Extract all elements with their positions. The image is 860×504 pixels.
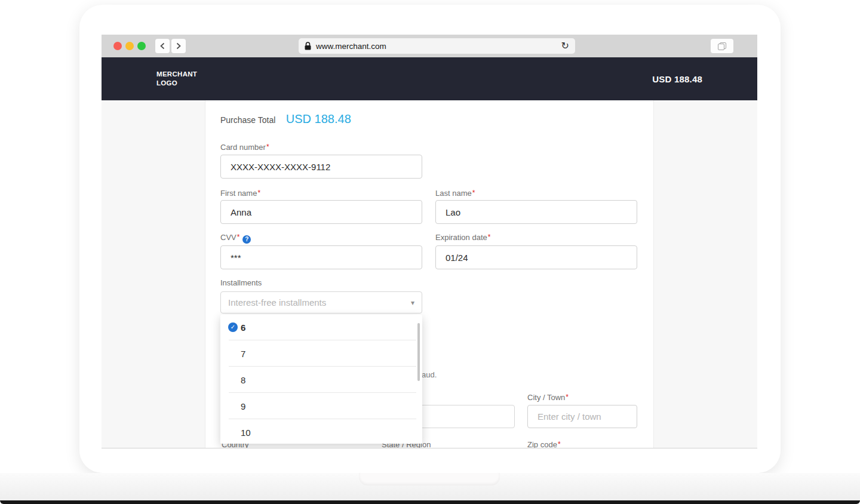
merchant-logo: MERCHANT LOGO — [156, 70, 197, 88]
traffic-lights — [113, 42, 146, 50]
dropdown-divider — [229, 366, 416, 367]
first-name-input[interactable] — [220, 200, 422, 224]
chevron-left-icon — [159, 42, 165, 50]
dropdown-option-9[interactable]: 9 — [220, 394, 422, 419]
dropdown-divider — [229, 340, 416, 340]
required-mark: * — [558, 440, 561, 448]
purchase-total-label: Purchase Total — [220, 115, 275, 125]
merchant-logo-line2: LOGO — [156, 79, 197, 88]
show-tabs-button[interactable] — [711, 39, 733, 53]
merchant-logo-line1: MERCHANT — [156, 70, 197, 79]
minimize-window-button[interactable] — [125, 42, 134, 50]
lock-icon — [305, 42, 311, 50]
checkout-page: Purchase Total USD 188.48 Card number* F… — [102, 100, 757, 448]
dropdown-option-6[interactable]: ✓ 6 — [220, 315, 422, 340]
refresh-icon[interactable]: ↻ — [561, 41, 569, 51]
required-mark: * — [266, 143, 269, 151]
city-town-input[interactable] — [527, 405, 637, 428]
required-mark: * — [472, 189, 475, 197]
chevron-down-icon: ▾ — [411, 299, 414, 307]
close-window-button[interactable] — [113, 42, 122, 50]
tabs-icon — [718, 42, 726, 50]
last-name-input[interactable] — [435, 200, 637, 224]
last-name-label: Last name* — [435, 189, 475, 198]
purchase-total-value: USD 188.48 — [286, 112, 351, 125]
back-button[interactable] — [155, 39, 170, 53]
dropdown-option-7[interactable]: 7 — [220, 341, 422, 367]
site-header: MERCHANT LOGO USD 188.48 — [102, 57, 757, 100]
required-mark: * — [237, 233, 240, 241]
cvv-input[interactable] — [220, 245, 422, 269]
dropdown-option-10[interactable]: 10 — [220, 420, 422, 445]
zoom-window-button[interactable] — [137, 42, 146, 50]
url-text: www.merchant.com — [316, 42, 561, 51]
check-icon: ✓ — [228, 322, 238, 332]
header-amount: USD 188.48 — [652, 74, 702, 84]
installments-label: Installments — [220, 278, 262, 287]
dropdown-scrollbar[interactable] — [417, 323, 420, 381]
expiration-date-label: Expiration date* — [435, 233, 490, 242]
installments-dropdown: ✓ 6 7 8 9 — [220, 315, 422, 444]
required-mark: * — [257, 189, 260, 197]
nav-buttons — [155, 39, 186, 53]
dropdown-divider — [229, 419, 416, 419]
screenshot-stage: www.merchant.com ↻ MERCHANT LOGO USD 188… — [0, 0, 860, 504]
zip-code-label: Zip code* — [527, 440, 561, 448]
purchase-total-row: Purchase Total USD 188.48 — [220, 112, 351, 126]
installments-select[interactable]: Interest-free installments ▾ — [220, 291, 422, 314]
checkout-form-card: Purchase Total USD 188.48 Card number* F… — [205, 100, 654, 448]
cvv-label: CVV*? — [220, 233, 251, 244]
browser-chrome: www.merchant.com ↻ — [102, 35, 757, 57]
dropdown-option-8[interactable]: 8 — [220, 367, 422, 393]
forward-button[interactable] — [171, 39, 186, 53]
chevron-right-icon — [176, 42, 182, 50]
laptop-notch — [359, 473, 500, 485]
cvv-help-icon[interactable]: ? — [242, 235, 251, 244]
card-number-label: Card number* — [220, 143, 269, 152]
first-name-label: First name* — [220, 189, 260, 198]
dropdown-divider — [229, 392, 416, 393]
required-mark: * — [488, 233, 491, 241]
required-mark: * — [566, 393, 569, 401]
address-bar[interactable]: www.merchant.com ↻ — [299, 38, 575, 54]
laptop-base-edge — [0, 500, 860, 504]
installments-placeholder: Interest-free installments — [228, 297, 411, 308]
expiration-date-input[interactable] — [435, 245, 637, 269]
card-number-input[interactable] — [220, 155, 422, 179]
fraud-notice-text-fragment: aud. — [422, 370, 437, 379]
browser-window: www.merchant.com ↻ MERCHANT LOGO USD 188… — [102, 35, 757, 448]
city-town-label: City / Town* — [527, 393, 569, 402]
